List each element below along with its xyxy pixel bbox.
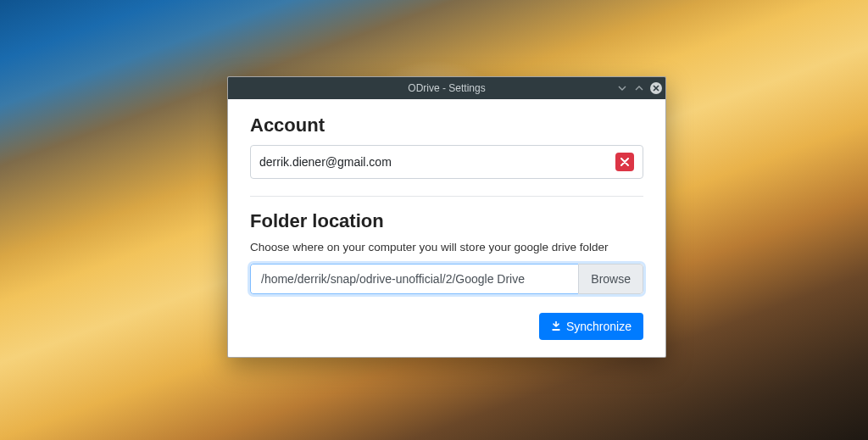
desktop-background: ODrive - Settings Account derrik.diener@… <box>0 0 868 440</box>
close-icon <box>620 155 629 169</box>
folder-path-group: Browse <box>250 264 643 294</box>
browse-button[interactable]: Browse <box>578 264 643 294</box>
titlebar-controls <box>616 77 662 99</box>
window-title: ODrive - Settings <box>408 82 485 94</box>
remove-account-button[interactable] <box>615 153 634 171</box>
synchronize-button-label: Synchronize <box>566 320 632 333</box>
window-close-button[interactable] <box>650 82 662 94</box>
settings-content: Account derrik.diener@gmail.com Folder l… <box>228 99 665 357</box>
folder-path-input[interactable] <box>250 264 578 294</box>
download-icon <box>551 321 561 331</box>
svg-rect-0 <box>552 329 559 331</box>
settings-window: ODrive - Settings Account derrik.diener@… <box>227 76 666 358</box>
dialog-footer: Synchronize <box>250 313 643 340</box>
folder-description: Choose where on your computer you will s… <box>250 241 643 253</box>
synchronize-button[interactable]: Synchronize <box>539 313 643 340</box>
window-minimize-button[interactable] <box>616 82 628 94</box>
window-maximize-button[interactable] <box>633 82 645 94</box>
account-email: derrik.diener@gmail.com <box>259 155 615 169</box>
account-field: derrik.diener@gmail.com <box>250 145 643 179</box>
account-heading: Account <box>250 114 643 136</box>
folder-heading: Folder location <box>250 210 643 232</box>
browse-button-label: Browse <box>591 272 631 286</box>
window-titlebar[interactable]: ODrive - Settings <box>228 77 665 99</box>
section-divider <box>250 196 643 197</box>
